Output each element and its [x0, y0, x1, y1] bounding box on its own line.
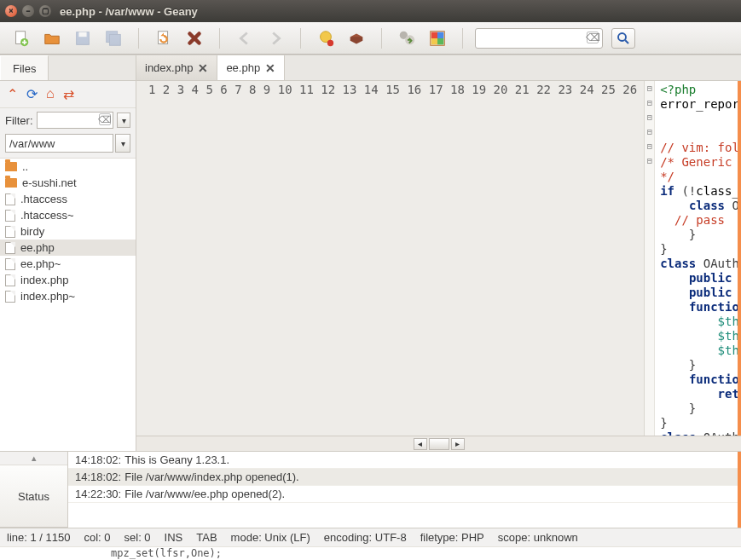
message-row[interactable]: 14:18:02:File /var/www/index.php opened(…: [68, 469, 738, 486]
editor-tab[interactable]: ee.php✕: [217, 55, 285, 80]
status-line: line: 1 / 1150: [7, 531, 70, 544]
message-text: File /var/www/index.php opened(1).: [124, 471, 299, 483]
file-name-label: e-sushi.net: [22, 176, 77, 189]
maximize-window-button[interactable]: ▢: [39, 5, 51, 17]
nav-refresh-icon[interactable]: ⟳: [26, 86, 38, 102]
message-row[interactable]: 14:22:30:File /var/www/ee.php opened(2).: [68, 486, 738, 503]
list-item[interactable]: index.php~: [0, 288, 136, 304]
list-item[interactable]: .htaccess: [0, 191, 136, 207]
file-name-label: index.php~: [20, 290, 75, 303]
file-name-label: ee.php~: [20, 257, 61, 270]
status-col: col: 0: [84, 531, 110, 544]
list-item[interactable]: birdy: [0, 223, 136, 240]
close-window-button[interactable]: ×: [5, 5, 17, 17]
editor-tab[interactable]: index.php✕: [136, 55, 217, 80]
list-item[interactable]: e-sushi.net: [0, 175, 136, 191]
tab-label: ee.php: [226, 61, 260, 74]
status-scope: scope: unknown: [498, 531, 578, 544]
scroll-right-button[interactable]: ▸: [451, 438, 465, 450]
message-row[interactable]: 14:18:02:This is Geany 1.23.1.: [68, 452, 738, 469]
list-item[interactable]: ..: [0, 159, 136, 175]
nav-home-icon[interactable]: ⌂: [46, 86, 55, 102]
close-tab-icon[interactable]: ✕: [198, 61, 208, 75]
line-gutter: 1 2 3 4 5 6 7 8 9 10 11 12 13 14 15 16 1…: [136, 81, 645, 436]
titlebar: × – ▢ ee.php - /var/www - Geany: [0, 0, 741, 22]
compile-button[interactable]: [313, 26, 339, 50]
nav-back-button[interactable]: [232, 26, 258, 50]
filter-dropdown-button[interactable]: ▾: [117, 113, 130, 128]
path-row: /var/www ▾: [0, 132, 136, 158]
svg-rect-12: [437, 32, 443, 38]
reload-button[interactable]: [151, 26, 177, 50]
color-chooser-button[interactable]: [425, 26, 450, 50]
editor-area: index.php✕ee.php✕ 1 2 3 4 5 6 7 8 9 10 1…: [136, 55, 741, 451]
window-title: ee.php - /var/www - Geany: [60, 5, 198, 18]
new-file-button[interactable]: [9, 26, 34, 50]
path-dropdown-button[interactable]: ▾: [115, 134, 130, 153]
message-time: 14:22:30:: [75, 488, 121, 500]
folder-icon: [5, 162, 17, 171]
file-name-label: birdy: [20, 225, 44, 238]
statusbar: line: 1 / 1150 col: 0 sel: 0 INS TAB mod…: [0, 528, 741, 546]
fold-column[interactable]: ⊟ ⊟ ⊟ ⊟ ⊟ ⊟: [645, 81, 655, 436]
search-input[interactable]: ⌫: [475, 28, 603, 49]
search-button[interactable]: [611, 28, 635, 49]
build-button[interactable]: [344, 26, 369, 50]
messages-panel: ▴ Status 14:18:02:This is Geany 1.23.1.1…: [0, 451, 741, 528]
list-item[interactable]: ee.php~: [0, 256, 136, 272]
filter-label: Filter:: [5, 114, 33, 127]
messages-tab-status[interactable]: Status: [0, 465, 67, 528]
list-item[interactable]: index.php: [0, 272, 136, 288]
file-icon: [5, 210, 15, 222]
file-name-label: index.php: [20, 274, 68, 286]
file-name-label: ..: [22, 160, 28, 173]
horizontal-scrollbar[interactable]: ◂ ▸: [136, 436, 741, 451]
save-all-button[interactable]: [101, 26, 126, 50]
code-editor[interactable]: 1 2 3 4 5 6 7 8 9 10 11 12 13 14 15 16 1…: [136, 81, 741, 436]
message-time: 14:18:02:: [75, 471, 121, 483]
status-ins[interactable]: INS: [165, 531, 183, 544]
minimize-window-button[interactable]: –: [22, 5, 34, 17]
messages-list[interactable]: 14:18:02:This is Geany 1.23.1.14:18:02:F…: [68, 452, 741, 528]
path-value: /var/www: [9, 137, 55, 150]
path-input[interactable]: /var/www: [5, 134, 113, 153]
sidebar: Files ⌃ ⟳ ⌂ ⇄ Filter: ⌫ ▾ /var/www ▾ ..e…: [0, 55, 136, 451]
scroll-left-button[interactable]: ◂: [414, 438, 427, 450]
file-icon: [5, 242, 15, 254]
sidebar-tab-files[interactable]: Files: [0, 55, 49, 80]
clear-filter-icon[interactable]: ⌫: [99, 113, 111, 125]
message-text: File /var/www/ee.php opened(2).: [124, 488, 285, 500]
sidebar-tabs: Files: [0, 55, 136, 81]
svg-rect-5: [109, 34, 120, 45]
messages-tab-column: ▴ Status: [0, 452, 68, 528]
svg-rect-3: [78, 32, 86, 37]
svg-rect-11: [431, 32, 437, 38]
close-tab-icon[interactable]: ✕: [265, 61, 275, 75]
list-item[interactable]: ee.php: [0, 240, 136, 256]
status-tab[interactable]: TAB: [196, 531, 217, 544]
messages-collapse-button[interactable]: ▴: [0, 452, 67, 465]
nav-swap-icon[interactable]: ⇄: [63, 86, 74, 102]
file-name-label: .htaccess~: [20, 209, 74, 222]
file-icon: [5, 193, 15, 205]
run-button[interactable]: [394, 26, 420, 50]
footer-overflow: mpz_set(lfsr,One);: [0, 546, 741, 560]
status-filetype: filetype: PHP: [420, 531, 484, 544]
svg-rect-14: [437, 38, 443, 44]
close-file-button[interactable]: [182, 26, 207, 50]
file-icon: [5, 226, 15, 238]
filter-input[interactable]: ⌫: [37, 112, 114, 129]
open-file-button[interactable]: [39, 26, 65, 50]
message-text: This is Geany 1.23.1.: [124, 453, 229, 466]
save-file-button[interactable]: [70, 26, 96, 50]
messages-tab-label: Status: [18, 490, 49, 503]
tab-label: index.php: [145, 61, 193, 74]
svg-rect-13: [431, 38, 437, 44]
file-list[interactable]: ..e-sushi.net.htaccess.htaccess~birdyee.…: [0, 158, 136, 451]
scroll-thumb[interactable]: [429, 438, 449, 450]
nav-up-icon[interactable]: ⌃: [7, 86, 18, 102]
code-content[interactable]: <?php error_reporting(E_ALL); // vim: fo…: [655, 81, 738, 436]
list-item[interactable]: .htaccess~: [0, 207, 136, 223]
nav-forward-button[interactable]: [263, 26, 288, 50]
clear-search-icon[interactable]: ⌫: [587, 32, 599, 43]
